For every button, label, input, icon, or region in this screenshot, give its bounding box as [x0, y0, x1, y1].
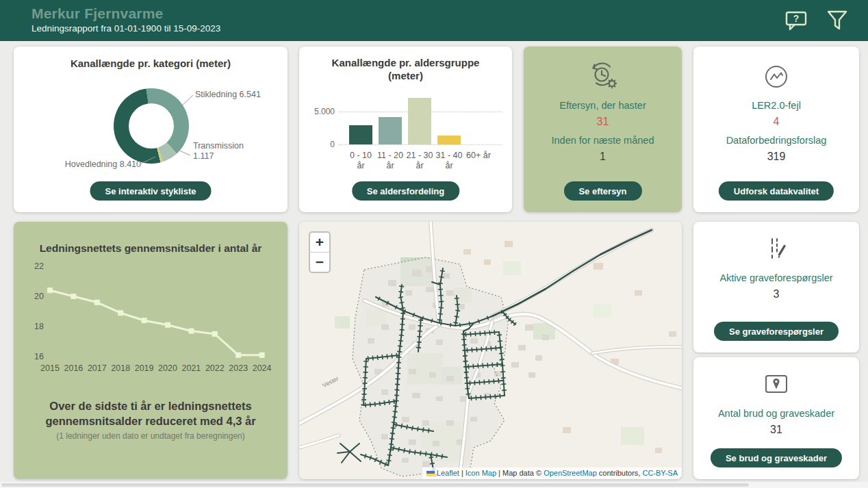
svg-text:2016: 2016: [64, 363, 83, 373]
data-quality-pulse-icon: [762, 60, 791, 93]
card-eftersyn: Eftersyn, der haster 31 Inden for næste …: [524, 47, 682, 212]
map-zoom-in-button[interactable]: +: [310, 233, 329, 253]
horizontal-scrollbar[interactable]: [0, 482, 868, 488]
eftersyn-haster-label: Eftersyn, der haster: [559, 100, 646, 111]
filter-icon[interactable]: [824, 8, 850, 34]
attrib-separator: |: [498, 469, 500, 477]
svg-text:?: ?: [793, 13, 800, 24]
donut-label-stikledning: Stikledning 6.541: [195, 90, 261, 100]
svg-text:2022: 2022: [205, 363, 225, 373]
svg-text:16: 16: [34, 352, 44, 361]
eftersyn-haster-value: 31: [597, 116, 609, 128]
donut-hole: [129, 103, 174, 149]
svg-text:2021: 2021: [181, 363, 201, 373]
age-summary-text: Over de sidste ti år er ledningsnettets …: [14, 398, 288, 428]
donut-label-transmission: Transmission 1.117: [193, 141, 244, 162]
svg-text:2020: 2020: [158, 363, 177, 373]
icon-map-link[interactable]: Icon Map: [465, 469, 496, 477]
svg-text:22: 22: [34, 261, 44, 271]
card-gennemsnitsalder: Ledningsnettets gennemsnitsalder i antal…: [14, 222, 288, 479]
leaflet-link[interactable]: Leaflet: [437, 469, 459, 477]
bar-ytick-label: 5.000: [307, 107, 335, 116]
card-kanallaengde-kategori: Kanallængde pr. kategori (meter) Stikled…: [14, 47, 288, 212]
card-datakvalitet: LER2.0-fejl 4 Dataforbedringsforslag 319…: [693, 47, 859, 212]
svg-text:18: 18: [34, 322, 44, 331]
license-link[interactable]: CC-BY-SA: [642, 469, 678, 477]
osm-link[interactable]: OpenStreetMap: [544, 469, 597, 477]
donut-chart[interactable]: [114, 88, 189, 164]
map-data-text: Map data ©: [502, 469, 541, 477]
age-chart-title: Ledningsnettets gennemsnitsalder i antal…: [14, 242, 288, 255]
report-date-range: Ledningsrapport fra 01-01-1900 til 15-09…: [31, 23, 220, 34]
eftersyn-naeste-maaned-value: 1: [600, 151, 606, 163]
svg-text:2017: 2017: [88, 363, 107, 373]
svg-text:2018: 2018: [111, 363, 130, 373]
eftersyn-naeste-maaned-label: Inden for næste måned: [552, 135, 654, 146]
brud-graveskader-value: 31: [770, 424, 782, 436]
map-zoom-out-button[interactable]: −: [310, 253, 329, 272]
bar[interactable]: [408, 98, 431, 144]
se-eftersyn-button[interactable]: Se eftersyn: [563, 181, 641, 201]
ler-fejl-value: 4: [774, 116, 780, 128]
dataforbedringsforslag-label: Dataforbedringsforslag: [726, 135, 827, 146]
ukraine-flag-icon: [426, 471, 435, 476]
bar-category-label: 60+ år: [458, 151, 499, 161]
scrollbar-thumb[interactable]: [1, 483, 749, 487]
card-brud-graveskader: Antal brud og graveskader 31 Se brud og …: [693, 357, 859, 479]
bar[interactable]: [349, 125, 372, 144]
road-pencil-icon: [762, 233, 791, 266]
card-kanallaengde-aldersgruppe: Kanallængde pr. aldersgruppe (meter) 05.…: [299, 47, 512, 212]
age-line-chart[interactable]: 2220181620152016201720182019202020212022…: [14, 256, 288, 417]
graveforespoergsler-value: 3: [774, 288, 780, 300]
contributors-text: contributors,: [599, 469, 641, 477]
se-aldersfordeling-button[interactable]: Se aldersfordeling: [352, 181, 459, 201]
map-pin-icon: [761, 368, 791, 401]
se-graveforespoergsler-button[interactable]: Se graveforespørgsler: [714, 322, 839, 341]
bar[interactable]: [437, 136, 461, 144]
ler-fejl-label: LER2.0-fejl: [752, 100, 801, 111]
map-card: Vester + − Leaflet | Icon Map | Map data…: [299, 222, 682, 479]
graveforespoergsler-label: Aktive graveforespørgsler: [719, 272, 832, 283]
app-header: Merkur Fjernvarme Ledningsrapport fra 01…: [0, 0, 868, 41]
bar-ytick-label: 0: [307, 140, 335, 149]
se-interaktiv-stykliste-button[interactable]: Se interaktiv stykliste: [90, 181, 212, 201]
svg-text:2024: 2024: [253, 363, 272, 373]
bar-gridline: [339, 144, 502, 145]
se-brud-graveskader-button[interactable]: Se brud og graveskader: [711, 448, 842, 467]
sync-clock-gear-icon: [585, 60, 621, 93]
svg-text:2023: 2023: [229, 363, 248, 373]
map-attribution: Leaflet | Icon Map | Map data © OpenStre…: [422, 467, 682, 479]
map-canvas[interactable]: [299, 222, 682, 479]
udforsk-datakvalitet-button[interactable]: Udforsk datakvalitet: [719, 181, 834, 201]
bar[interactable]: [379, 117, 402, 144]
svg-text:2015: 2015: [40, 363, 60, 373]
brud-graveskader-label: Antal brud og graveskader: [718, 408, 834, 419]
donut-label-hovedledning: Hovedledning 8.410: [53, 159, 141, 170]
dataforbedringsforslag-value: 319: [767, 151, 786, 163]
age-footnote-text: (1 ledninger uden dato er undtaget fra b…: [14, 431, 288, 441]
svg-text:2019: 2019: [135, 363, 154, 373]
card-graveforespoergsler: Aktive graveforespørgsler 3 Se gravefore…: [693, 222, 859, 352]
map-zoom-control: + −: [309, 231, 331, 273]
attrib-separator: |: [461, 469, 463, 477]
svg-text:20: 20: [34, 292, 44, 301]
help-icon[interactable]: ?: [783, 8, 809, 34]
app-title: Merkur Fjernvarme: [31, 5, 163, 22]
donut-chart-title: Kanallængde pr. kategori (meter): [14, 57, 288, 69]
